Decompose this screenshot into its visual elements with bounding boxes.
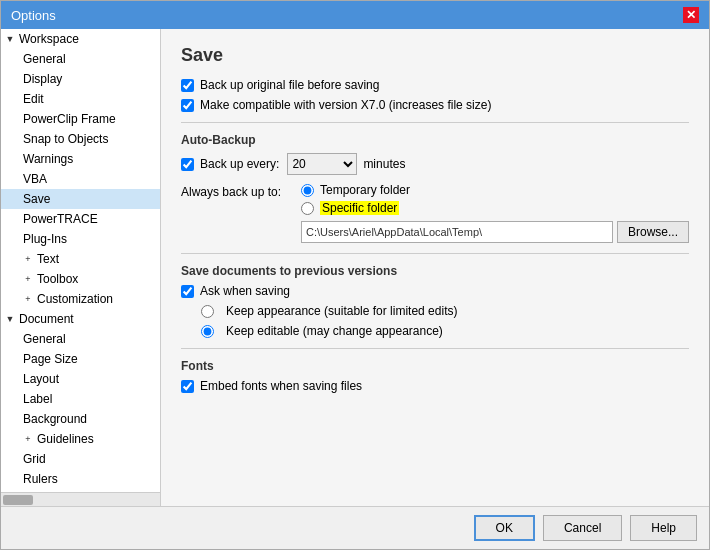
keep-appearance-label: Keep appearance (suitable for limited ed… — [226, 304, 457, 318]
embed-fonts-row: Embed fonts when saving files — [181, 379, 689, 393]
always-backup-label: Always back up to: — [181, 183, 301, 199]
always-backup-row: Always back up to: Temporary folder Spec… — [181, 183, 689, 215]
close-button[interactable]: ✕ — [683, 7, 699, 23]
ok-button[interactable]: OK — [474, 515, 535, 541]
minutes-label: minutes — [363, 157, 405, 171]
sidebar-item-toolbox[interactable]: + Toolbox — [1, 269, 160, 289]
expand-icon-guidelines: + — [21, 434, 35, 444]
make-compatible-checkbox[interactable] — [181, 99, 194, 112]
sidebar-item-powertrace[interactable]: PowerTRACE — [1, 209, 160, 229]
sidebar: ▼ Workspace General Display Edit PowerCl… — [1, 29, 161, 506]
sidebar-item-save[interactable]: Save — [1, 189, 160, 209]
auto-backup-title: Auto-Backup — [181, 133, 689, 147]
ask-when-saving-checkbox[interactable] — [181, 285, 194, 298]
sidebar-item-display[interactable]: Display — [1, 69, 160, 89]
page-title: Save — [181, 45, 689, 66]
sidebar-item-warnings[interactable]: Warnings — [1, 149, 160, 169]
embed-fonts-label: Embed fonts when saving files — [200, 379, 362, 393]
temp-folder-label: Temporary folder — [320, 183, 410, 197]
make-compatible-row: Make compatible with version X7.0 (incre… — [181, 98, 689, 112]
scrollbar-thumb — [3, 495, 33, 505]
sidebar-item-background[interactable]: Background — [1, 409, 160, 429]
sidebar-item-snap-to-objects[interactable]: Snap to Objects — [1, 129, 160, 149]
keep-appearance-radio[interactable] — [201, 305, 214, 318]
expand-icon-text: + — [21, 254, 35, 264]
sidebar-item-document[interactable]: ▼ Document — [1, 309, 160, 329]
ask-when-saving-row: Ask when saving — [181, 284, 689, 298]
temp-folder-row: Temporary folder — [301, 183, 410, 197]
make-compatible-label: Make compatible with version X7.0 (incre… — [200, 98, 491, 112]
specific-folder-label: Specific folder — [320, 201, 399, 215]
expand-icon-customization: + — [21, 294, 35, 304]
help-button[interactable]: Help — [630, 515, 697, 541]
sidebar-item-general[interactable]: General — [1, 49, 160, 69]
backup-original-row: Back up original file before saving — [181, 78, 689, 92]
embed-fonts-checkbox[interactable] — [181, 380, 194, 393]
previous-versions-title: Save documents to previous versions — [181, 264, 689, 278]
sidebar-item-doc-general[interactable]: General — [1, 329, 160, 349]
folder-path-input[interactable] — [301, 221, 613, 243]
backup-every-row: Back up every: 20 5 10 15 30 60 minutes — [181, 153, 689, 175]
sidebar-item-vba[interactable]: VBA — [1, 169, 160, 189]
sidebar-item-rulers[interactable]: Rulers — [1, 469, 160, 489]
sidebar-item-text[interactable]: + Text — [1, 249, 160, 269]
browse-button[interactable]: Browse... — [617, 221, 689, 243]
options-dialog: Options ✕ ▼ Workspace General Display — [0, 0, 710, 550]
sidebar-item-guidelines[interactable]: + Guidelines — [1, 429, 160, 449]
sidebar-item-customization[interactable]: + Customization — [1, 289, 160, 309]
specific-folder-radio[interactable] — [301, 202, 314, 215]
footer: OK Cancel Help — [1, 506, 709, 549]
backup-interval-select[interactable]: 20 5 10 15 30 60 — [287, 153, 357, 175]
sidebar-item-plug-ins[interactable]: Plug-Ins — [1, 229, 160, 249]
title-bar: Options ✕ — [1, 1, 709, 29]
expand-icon-toolbox: + — [21, 274, 35, 284]
divider-1 — [181, 122, 689, 123]
fonts-title: Fonts — [181, 359, 689, 373]
expand-icon: ▼ — [3, 34, 17, 44]
folder-path-row: Browse... — [301, 221, 689, 243]
sidebar-item-edit[interactable]: Edit — [1, 89, 160, 109]
cancel-button[interactable]: Cancel — [543, 515, 622, 541]
dialog-title: Options — [11, 8, 56, 23]
divider-3 — [181, 348, 689, 349]
backup-every-label: Back up every: — [200, 157, 279, 171]
sidebar-item-grid[interactable]: Grid — [1, 449, 160, 469]
temp-folder-radio[interactable] — [301, 184, 314, 197]
backup-every-checkbox[interactable] — [181, 158, 194, 171]
sidebar-item-page-size[interactable]: Page Size — [1, 349, 160, 369]
backup-location-group: Temporary folder Specific folder — [301, 183, 410, 215]
sidebar-item-powerclip-frame[interactable]: PowerClip Frame — [1, 109, 160, 129]
ask-when-saving-label: Ask when saving — [200, 284, 290, 298]
divider-2 — [181, 253, 689, 254]
keep-editable-row: Keep editable (may change appearance) — [201, 324, 689, 338]
keep-editable-radio[interactable] — [201, 325, 214, 338]
keep-appearance-row: Keep appearance (suitable for limited ed… — [201, 304, 689, 318]
expand-icon-document: ▼ — [3, 314, 17, 324]
dialog-body: ▼ Workspace General Display Edit PowerCl… — [1, 29, 709, 506]
sidebar-item-layout[interactable]: Layout — [1, 369, 160, 389]
sidebar-hscrollbar[interactable] — [1, 492, 160, 506]
sidebar-item-label[interactable]: Label — [1, 389, 160, 409]
content-area: Save Back up original file before saving… — [161, 29, 709, 506]
keep-editable-label: Keep editable (may change appearance) — [226, 324, 443, 338]
sidebar-item-workspace[interactable]: ▼ Workspace — [1, 29, 160, 49]
backup-original-checkbox[interactable] — [181, 79, 194, 92]
backup-original-label: Back up original file before saving — [200, 78, 379, 92]
specific-folder-row: Specific folder — [301, 201, 410, 215]
